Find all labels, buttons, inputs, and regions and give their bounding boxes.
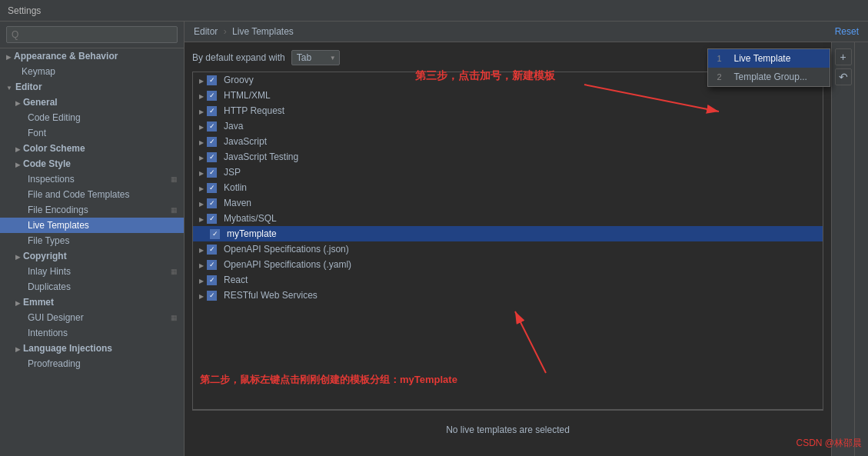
sidebar-label-intentions: Intentions xyxy=(28,328,68,338)
sidebar-item-keymap[interactable]: Keymap xyxy=(0,64,184,79)
sidebar-label-gui-designer: GUI Designer xyxy=(28,312,84,323)
sidebar-item-proofreading[interactable]: Proofreading xyxy=(0,356,184,371)
checkbox-restful[interactable] xyxy=(207,291,217,301)
template-label-javascript: JavaScript xyxy=(224,136,267,147)
checkbox-react[interactable] xyxy=(207,275,217,285)
expand-select[interactable]: Tab Enter Space xyxy=(291,50,340,65)
template-row-jsp[interactable]: JSP xyxy=(193,165,823,180)
sidebar-item-color-scheme[interactable]: Color Scheme xyxy=(0,141,184,156)
checkbox-openapi-json[interactable] xyxy=(207,245,217,255)
template-row-javascript-testing[interactable]: JavaScript Testing xyxy=(193,149,823,165)
template-row-javascript[interactable]: JavaScript xyxy=(193,134,823,149)
sidebar-label-font: Font xyxy=(28,128,46,138)
template-row-mybatis-sql[interactable]: Mybatis/SQL xyxy=(193,211,823,226)
chevron-right-icon xyxy=(6,51,11,62)
template-label-jsp: JSP xyxy=(224,167,241,178)
chevron-right-icon xyxy=(199,105,204,116)
sidebar-item-file-types[interactable]: File Types xyxy=(0,233,184,248)
checkbox-javascript-testing[interactable] xyxy=(207,152,217,162)
sidebar-item-emmet[interactable]: Emmet xyxy=(0,295,184,310)
template-label-html-xml: HTML/XML xyxy=(224,90,271,101)
undo-button[interactable]: ↶ xyxy=(835,68,852,85)
dropdown-items: 1Live Template2Template Group... xyxy=(708,49,830,86)
sidebar-item-duplicates[interactable]: Duplicates xyxy=(0,279,184,295)
dropdown-item-2[interactable]: 2Template Group... xyxy=(708,68,830,86)
badge-icon: ▦ xyxy=(171,268,178,275)
breadcrumb-parent: Editor xyxy=(194,26,218,37)
sidebar-label-language-injections: Language Injections xyxy=(23,343,112,354)
right-panel: + 1Live Template2Template Group... ↶ xyxy=(831,42,854,456)
sidebar-label-copyright: Copyright xyxy=(23,251,67,261)
dropdown-item-label: Live Template xyxy=(734,53,791,64)
template-label-mybatis-sql: Mybatis/SQL xyxy=(224,213,277,224)
checkbox-java[interactable] xyxy=(207,121,217,131)
template-label-restful: RESTful Web Services xyxy=(224,290,318,301)
dropdown-item-number: 2 xyxy=(717,72,728,82)
chevron-right-icon xyxy=(199,182,204,193)
dropdown-item-1[interactable]: 1Live Template xyxy=(708,49,830,68)
chevron-right-icon xyxy=(199,151,204,162)
checkbox-groovy[interactable] xyxy=(207,75,217,85)
sidebar-item-editor[interactable]: Editor xyxy=(0,79,184,95)
template-row-react[interactable]: React xyxy=(193,272,823,288)
sidebar-label-proofreading: Proofreading xyxy=(28,358,81,369)
sidebar-item-code-style[interactable]: Code Style xyxy=(0,156,184,171)
chevron-right-icon xyxy=(15,343,20,354)
sidebar-item-gui-designer[interactable]: GUI Designer▦ xyxy=(0,310,184,325)
sidebar-item-copyright[interactable]: Copyright xyxy=(0,248,184,264)
sidebar-item-font[interactable]: Font xyxy=(0,125,184,141)
template-row-openapi-yaml[interactable]: OpenAPI Specifications (.yaml) xyxy=(193,257,823,272)
template-label-javascript-testing: JavaScript Testing xyxy=(224,151,298,162)
sidebar-item-code-editing[interactable]: Code Editing xyxy=(0,110,184,125)
title-bar: Settings xyxy=(0,0,868,22)
template-label-openapi-json: OpenAPI Specifications (.json) xyxy=(224,244,349,255)
dropdown-item-number: 1 xyxy=(717,54,728,63)
badge-icon: ▦ xyxy=(171,206,178,214)
chevron-right-icon xyxy=(15,143,20,154)
template-label-kotlin: Kotlin xyxy=(224,182,247,193)
checkbox-javascript[interactable] xyxy=(207,137,217,147)
sidebar-item-live-templates[interactable]: Live Templates xyxy=(0,218,184,233)
sidebar-label-file-encodings: File Encodings xyxy=(28,205,88,215)
left-panel: By default expand with Tab Enter Space G… xyxy=(185,42,831,456)
checkbox-jsp[interactable] xyxy=(207,168,217,178)
sidebar-label-live-templates: Live Templates xyxy=(28,220,89,231)
checkbox-mytemplate[interactable] xyxy=(210,229,220,239)
reset-button[interactable]: Reset xyxy=(835,26,859,37)
add-button[interactable]: + xyxy=(835,48,852,65)
sidebar-item-inlay-hints[interactable]: Inlay Hints▦ xyxy=(0,264,184,279)
chevron-right-icon xyxy=(15,251,20,261)
checkbox-html-xml[interactable] xyxy=(207,91,217,101)
checkbox-maven[interactable] xyxy=(207,198,217,208)
template-row-java[interactable]: Java xyxy=(193,118,823,134)
template-row-maven[interactable]: Maven xyxy=(193,195,823,211)
dropdown-item-label: Template Group... xyxy=(734,72,807,82)
sidebar-item-file-code-templates[interactable]: File and Code Templates xyxy=(0,187,184,202)
breadcrumb-separator: › xyxy=(224,26,227,37)
sidebar-item-general[interactable]: General xyxy=(0,95,184,110)
template-row-restful[interactable]: RESTful Web Services xyxy=(193,288,823,303)
sidebar-item-file-encodings[interactable]: File Encodings▦ xyxy=(0,202,184,218)
sidebar-item-intentions[interactable]: Intentions xyxy=(0,325,184,341)
checkbox-mybatis-sql[interactable] xyxy=(207,214,217,224)
chevron-right-icon xyxy=(15,158,20,169)
sidebar-item-appearance[interactable]: Appearance & Behavior xyxy=(0,48,184,64)
checkbox-openapi-yaml[interactable] xyxy=(207,260,217,270)
template-row-kotlin[interactable]: Kotlin xyxy=(193,180,823,195)
search-input[interactable] xyxy=(6,26,178,43)
sidebar-item-inspections[interactable]: Inspections▦ xyxy=(0,171,184,187)
template-row-http-request[interactable]: HTTP Request xyxy=(193,103,823,118)
sidebar-list: Appearance & BehaviorKeymapEditorGeneral… xyxy=(0,48,184,371)
template-label-mytemplate: myTemplate xyxy=(227,228,277,239)
dropdown-menu: 1Live Template2Template Group... xyxy=(707,48,830,87)
checkbox-kotlin[interactable] xyxy=(207,183,217,193)
chevron-right-icon xyxy=(199,167,204,178)
template-row-mytemplate[interactable]: myTemplate xyxy=(193,226,823,241)
checkbox-http-request[interactable] xyxy=(207,106,217,116)
content-header: Editor › Live Templates Reset xyxy=(185,22,868,42)
sidebar-label-code-style: Code Style xyxy=(23,158,71,169)
sidebar: Appearance & BehaviorKeymapEditorGeneral… xyxy=(0,22,185,456)
template-row-html-xml[interactable]: HTML/XML xyxy=(193,88,823,103)
sidebar-item-language-injections[interactable]: Language Injections xyxy=(0,341,184,356)
template-row-openapi-json[interactable]: OpenAPI Specifications (.json) xyxy=(193,241,823,257)
